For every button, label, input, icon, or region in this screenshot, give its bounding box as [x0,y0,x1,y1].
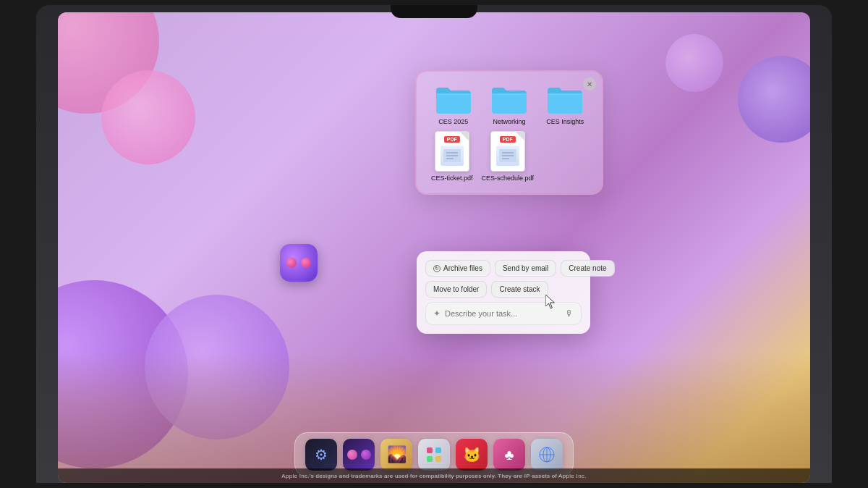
dock-icon-3[interactable]: 🌄 [380,439,412,471]
screen-bezel: ✕ CES 2025 [58,12,810,483]
dock-icon-7[interactable] [531,439,563,471]
dock-icon-2[interactable] [343,439,375,471]
pdf-schedule[interactable]: PDF CES-schedule.pdf [482,131,535,182]
folder-networking[interactable]: Networking [484,83,534,125]
pdf-icon-schedule: PDF [490,131,525,172]
folder-icon-networking [490,83,528,115]
folder-icon-ces2025 [435,83,472,115]
folder-icon-ces-insights [546,83,584,115]
bubble-small-right [665,34,723,92]
svg-rect-8 [427,447,433,453]
send-email-button[interactable]: Send by email [495,260,556,277]
bubble-purple-right [738,56,810,143]
close-button[interactable]: ✕ [583,77,596,91]
folder-label-ces-insights: CES Insights [546,118,584,125]
create-stack-button[interactable]: Create stack [491,281,548,298]
pdf-label-ticket: CES-ticket.pdf [431,174,473,182]
task-input-wrapper: ✦ 🎙 [425,302,582,325]
task-sparkle-icon: ✦ [433,308,441,319]
action-panel: ↻ Archive files Send by email Create not… [417,251,590,334]
svg-rect-9 [435,447,441,453]
microphone-icon[interactable]: 🎙 [565,308,574,319]
move-to-folder-button[interactable]: Move to folder [425,281,487,298]
svg-rect-10 [427,456,433,462]
svg-rect-11 [435,456,441,462]
dock-icon-5[interactable]: 🐱 [456,439,488,471]
create-note-button[interactable]: Create note [561,260,614,277]
folder-ces-insights[interactable]: CES Insights [540,83,590,125]
archive-files-button[interactable]: ↻ Archive files [425,260,490,277]
dock-icon-6[interactable]: ♣ [493,439,525,471]
ai-app-icon[interactable] [280,244,318,282]
pdf-icon-ticket: PDF [435,131,469,172]
pdf-ticket[interactable]: PDF CES-ticket.pdf [431,131,473,182]
ai-eye-left [286,258,297,268]
dock-icon-1[interactable]: ⚙ [305,439,337,471]
folder-label-ces2025: CES 2025 [438,118,468,125]
disclaimer-bar: Apple Inc.'s designs and trademarks are … [58,468,810,483]
disclaimer-text: Apple Inc.'s designs and trademarks are … [281,473,586,479]
archive-icon: ↻ [433,265,441,272]
ai-eye-right [301,258,311,268]
task-input[interactable] [445,309,561,318]
camera-notch [391,5,477,18]
folder-ces2025[interactable]: CES 2025 [428,83,478,125]
desktop: ✕ CES 2025 [58,12,810,483]
dock-icon-4[interactable] [418,439,450,471]
pdf-label-schedule: CES-schedule.pdf [482,174,535,182]
folder-group-panel: ✕ CES 2025 [415,70,603,195]
laptop-shell: ✕ CES 2025 [36,5,832,483]
folder-label-networking: Networking [493,118,525,125]
bubble-pink-mid [101,70,195,164]
